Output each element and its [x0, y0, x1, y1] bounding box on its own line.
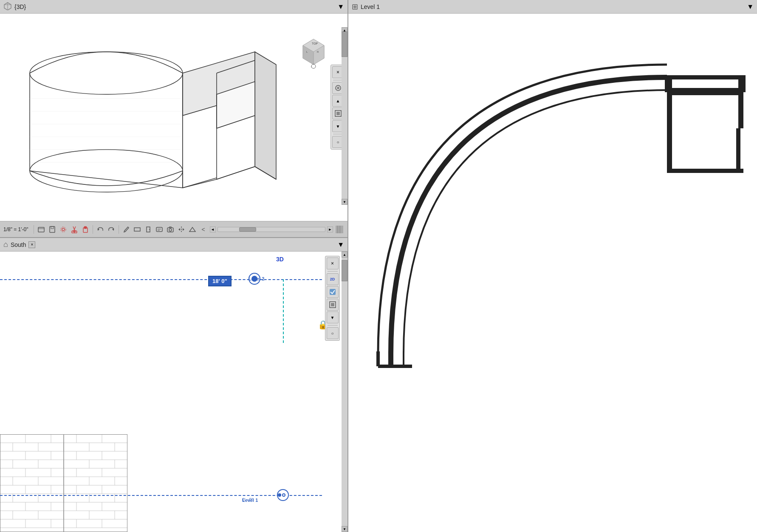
hscroll-track-3d[interactable] — [217, 227, 325, 232]
view-controls-south: × 2D — [325, 256, 340, 341]
toolbar-3d: 1/8" = 1'-0" — [0, 221, 347, 237]
level1-circle — [277, 489, 289, 501]
nav-cube[interactable]: ↑ TOP R L — [297, 35, 330, 69]
options-south-icon: ○ — [331, 331, 333, 336]
open-file-icon[interactable] — [37, 225, 46, 234]
camera-3d-tool-icon[interactable] — [188, 225, 197, 234]
floor-plan-svg — [370, 56, 752, 439]
svg-rect-130 — [667, 77, 743, 90]
down-arrow-icon: ▼ — [336, 124, 340, 129]
dimension-18ft: 18' 0" — [208, 276, 232, 286]
close-controls-south-btn[interactable]: × — [327, 258, 339, 269]
zoom-fit-south-btn[interactable] — [327, 299, 339, 311]
settings-icon[interactable] — [59, 225, 68, 234]
zoom-fit-south-icon — [329, 301, 336, 308]
svg-rect-53 — [156, 227, 162, 232]
svg-marker-49 — [112, 228, 114, 231]
scroll-down-3d[interactable]: ▼ — [342, 199, 347, 205]
view-south: ⌂ South × ▼ — [0, 238, 347, 532]
undo-icon[interactable] — [96, 225, 105, 234]
south-tab-bar: ⌂ South × ▼ — [0, 238, 347, 252]
close-icon-ctrl: × — [331, 260, 334, 266]
close-south-tab[interactable]: × — [28, 241, 35, 248]
svg-marker-48 — [98, 228, 99, 231]
panel-collapse-south[interactable]: ▼ — [337, 241, 344, 249]
options-south-btn[interactable]: ○ — [327, 327, 339, 339]
svg-text:↑: ↑ — [311, 65, 312, 68]
down-arrow-south-icon: ▼ — [330, 315, 335, 320]
hscroll-right-3d[interactable]: ► — [327, 226, 333, 232]
level1-label: Level 1 — [242, 498, 258, 503]
svg-text:TOP: TOP — [312, 42, 318, 45]
south-canvas: 3D Level 2 18' 0" Level 1 0' - 0" — [0, 252, 347, 532]
paste-icon[interactable] — [81, 225, 90, 234]
scroll-down-south-btn[interactable]: ▼ — [327, 311, 339, 323]
more-icon[interactable]: < — [199, 225, 208, 234]
svg-rect-132 — [738, 77, 743, 128]
level1-canvas — [348, 14, 757, 532]
scrollbar-south[interactable]: ▲ ▼ — [342, 252, 347, 532]
resize-grip-3d[interactable] — [335, 225, 344, 234]
scrollbar-3d[interactable]: ▲ ▼ — [342, 27, 347, 205]
camera-tool-icon[interactable] — [166, 225, 175, 234]
svg-rect-38 — [336, 112, 340, 115]
scroll-up-south[interactable]: ▲ — [342, 252, 347, 258]
svg-point-57 — [169, 229, 172, 231]
svg-point-52 — [149, 229, 150, 230]
door-icon[interactable] — [144, 225, 153, 234]
svg-rect-133 — [667, 90, 738, 95]
brick-wall — [0, 434, 127, 532]
scroll-down-south[interactable]: ▼ — [342, 526, 347, 532]
level1-circle-inner — [278, 493, 281, 497]
cut-icon[interactable] — [70, 225, 79, 234]
guide-line-v — [283, 279, 284, 343]
pencil-icon[interactable] — [121, 225, 131, 234]
svg-line-31 — [30, 171, 183, 188]
svg-point-36 — [337, 87, 339, 89]
svg-point-42 — [62, 228, 65, 231]
close-icon-south: × — [31, 242, 34, 247]
save-file-icon[interactable] — [48, 225, 57, 234]
scroll-thumb-3d[interactable] — [342, 31, 347, 57]
svg-point-43 — [61, 227, 66, 232]
svg-marker-59 — [178, 228, 180, 231]
annotate-icon[interactable] — [155, 225, 164, 234]
tab-level1-label: Level 1 — [361, 3, 380, 10]
tab-level1[interactable]: Level 1 — [361, 3, 380, 10]
hscroll-3d[interactable]: ◄ ► — [210, 226, 333, 232]
cube-icon — [3, 2, 12, 11]
tab-south[interactable]: South — [11, 241, 26, 248]
hscroll-thumb-3d[interactable] — [239, 227, 256, 232]
section-tool-icon[interactable] — [177, 225, 186, 234]
label-3d: 3D — [276, 256, 284, 263]
level1-line — [0, 495, 322, 496]
level1-marker: Level 1 0' - 0" — [242, 498, 253, 502]
scroll-thumb-south[interactable] — [342, 260, 347, 281]
toggle-2d-btn[interactable]: 2D — [327, 273, 339, 285]
close-icon: × — [336, 69, 339, 75]
level2-marker: Level 2 — [249, 273, 260, 285]
tab-3d[interactable]: {3D} — [3, 2, 26, 11]
panel-collapse-3d[interactable]: ▼ — [337, 3, 344, 11]
collapse-level1: ▼ — [747, 3, 754, 10]
walls-icon[interactable] — [133, 225, 142, 234]
scale-label-3d: 1/8" = 1'-0" — [3, 226, 28, 232]
svg-rect-40 — [50, 226, 55, 232]
canvas-3d: ↑ TOP R L — [0, 14, 347, 221]
svg-point-12 — [30, 52, 183, 94]
level1-circle-outer — [282, 493, 285, 497]
panel-collapse-level1[interactable]: ▼ — [747, 3, 754, 11]
panel-level1: ⊞ Level 1 ▼ — [348, 0, 757, 532]
tab-3d-label: {3D} — [14, 3, 26, 10]
camera-icon — [334, 84, 342, 92]
sep1 — [34, 225, 34, 234]
collapse-arrow-3d: ▼ — [337, 3, 344, 10]
check-btn-south[interactable] — [327, 286, 339, 298]
tab-south-label: South — [11, 241, 26, 248]
toggle-2d-icon: 2D — [330, 277, 335, 281]
redo-icon[interactable] — [107, 225, 116, 234]
check-icon — [329, 288, 336, 296]
hscroll-left-3d[interactable]: ◄ — [210, 226, 216, 232]
svg-rect-129 — [331, 303, 334, 306]
floor-plan-icon: ⊞ — [352, 2, 358, 11]
